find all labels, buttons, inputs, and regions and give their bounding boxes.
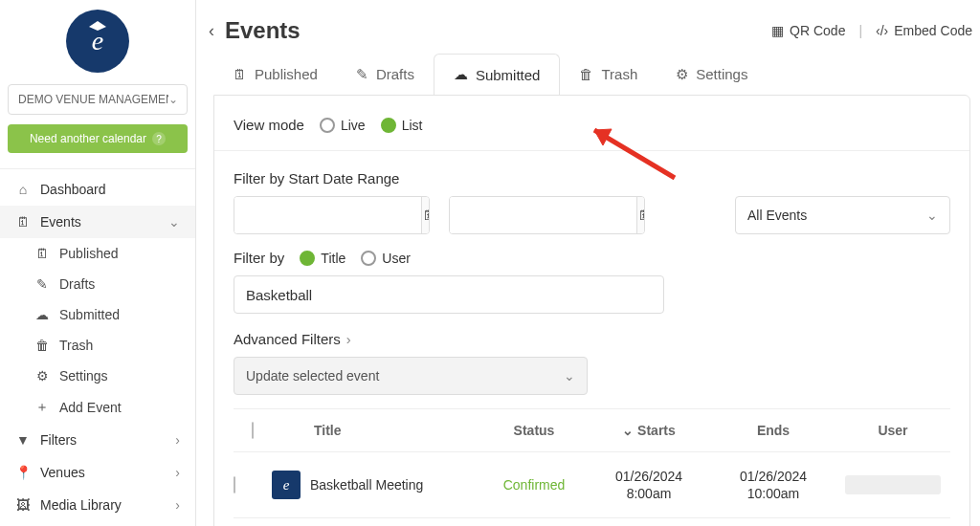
qr-code-link[interactable]: ▦ QR Code [771, 23, 845, 38]
sidebar-item-media[interactable]: 🖼 Media Library › [0, 489, 195, 521]
sidebar-item-dashboard[interactable]: ⌂ Dashboard [0, 173, 195, 206]
qr-label: QR Code [790, 23, 845, 38]
trash-icon: 🗑 [34, 338, 50, 353]
back-button[interactable]: ‹ [202, 21, 221, 41]
th-ends[interactable]: Ends [711, 423, 835, 438]
cloud-icon: ☁ [34, 307, 50, 322]
bulk-action-value: Update selected event [246, 368, 379, 384]
tab-panel: View mode Live List Filter by Start Date… [213, 95, 970, 526]
need-calendar-button[interactable]: Need another calendar ? [8, 124, 188, 153]
view-mode-label: View mode [234, 117, 304, 133]
plus-icon: ＋ [34, 399, 50, 416]
date-range-label: Filter by Start Date Range [234, 170, 950, 186]
sidebar-subitem-label: Submitted [59, 307, 120, 322]
end-date-input[interactable]: 🗓 [449, 196, 645, 234]
sidebar: e DEMO VENUE MANAGEMENT ⌄ Need another c… [0, 0, 196, 526]
app-logo: e [66, 10, 129, 73]
pencil-icon: ✎ [356, 66, 368, 83]
select-all-checkbox[interactable] [252, 422, 254, 439]
start-date-input[interactable]: 🗓 [234, 196, 430, 234]
sidebar-item-label: Dashboard [40, 182, 180, 197]
event-starts: 01/26/2024 8:00am [587, 468, 711, 502]
page-title: Events [225, 17, 301, 44]
sidebar-subitem-label: Settings [59, 368, 108, 384]
bulk-action-select[interactable]: Update selected event ⌄ [234, 357, 588, 395]
view-mode-row: View mode Live List [234, 117, 950, 133]
sidebar-subnav-events: 🗓 Published ✎ Drafts ☁ Submitted 🗑 Trash… [0, 238, 195, 424]
start-date-field[interactable] [234, 197, 421, 233]
sidebar-subitem-label: Published [59, 246, 119, 261]
tab-label: Submitted [476, 67, 541, 83]
chevron-right-icon: › [175, 465, 180, 480]
event-logo: e [272, 471, 301, 499]
tab-trash[interactable]: 🗑 Trash [560, 54, 657, 95]
qr-icon: ▦ [771, 23, 784, 38]
trash-icon: 🗑 [579, 66, 593, 82]
sidebar-subitem-label: Trash [59, 338, 93, 353]
th-starts[interactable]: ⌄ Starts [587, 423, 711, 438]
sidebar-subitem-trash[interactable]: 🗑 Trash [0, 330, 195, 361]
venue-select[interactable]: DEMO VENUE MANAGEMENT ⌄ [8, 84, 188, 115]
filter-by-title[interactable]: Title [300, 251, 345, 266]
sidebar-item-venues[interactable]: 📍 Venues › [0, 456, 195, 489]
sidebar-subitem-add-event[interactable]: ＋ Add Event [0, 391, 195, 424]
embed-code-link[interactable]: ‹/› Embed Code [876, 23, 972, 38]
sidebar-nav: ⌂ Dashboard 🗓 Events ⌄ 🗓 Published ✎ Dra… [0, 173, 195, 521]
events-table: Title Status ⌄ Starts Ends User e Basket… [234, 408, 950, 526]
tab-label: Trash [601, 66, 637, 82]
th-user[interactable]: User [835, 423, 950, 438]
radio-selected-icon [381, 118, 396, 133]
event-type-value: All Events [747, 208, 807, 223]
radio-label: Title [321, 251, 345, 266]
event-type-select[interactable]: All Events ⌄ [735, 196, 950, 234]
tab-label: Drafts [376, 66, 414, 82]
filter-icon: ▼ [15, 432, 31, 448]
venue-select-text: DEMO VENUE MANAGEMENT [18, 93, 168, 106]
branding: e [0, 0, 195, 73]
tab-published[interactable]: 🗓 Published [213, 54, 337, 95]
pencil-icon: ✎ [34, 276, 50, 292]
tabs: 🗓 Published ✎ Drafts ☁ Submitted 🗑 Trash… [196, 54, 980, 95]
chevron-right-icon: › [175, 497, 180, 513]
image-icon: 🖼 [15, 497, 31, 513]
th-title[interactable]: Title [310, 423, 481, 438]
calendar-icon[interactable]: 🗓 [636, 197, 645, 233]
page-header: ‹ Events ▦ QR Code | ‹/› Embed Code [196, 0, 980, 54]
tab-submitted[interactable]: ☁ Submitted [434, 54, 561, 95]
tab-drafts[interactable]: ✎ Drafts [337, 54, 434, 95]
sidebar-divider [0, 168, 195, 169]
view-mode-live[interactable]: Live [320, 118, 366, 133]
need-calendar-label: Need another calendar [30, 132, 146, 145]
sidebar-item-label: Media Library [40, 497, 166, 513]
th-status[interactable]: Status [481, 423, 587, 438]
panel-divider [214, 150, 969, 151]
advanced-filters-toggle[interactable]: Advanced Filters › [234, 331, 950, 347]
event-title[interactable]: Basketball Meeting [310, 477, 423, 493]
sidebar-item-filters[interactable]: ▼ Filters › [0, 424, 195, 456]
tab-settings[interactable]: ⚙ Settings [657, 54, 767, 95]
radio-label: List [402, 118, 423, 133]
date-range-row: 🗓 🗓 All Events ⌄ [234, 196, 950, 234]
row-checkbox[interactable] [234, 476, 235, 493]
view-mode-list[interactable]: List [381, 118, 423, 133]
filter-text-input[interactable] [234, 275, 664, 314]
tab-label: Settings [696, 66, 747, 82]
header-actions: ▦ QR Code | ‹/› Embed Code [771, 23, 974, 38]
tab-label: Published [255, 66, 318, 82]
calendar-icon: 🗓 [233, 66, 247, 82]
chevron-down-icon: ⌄ [168, 214, 180, 230]
filter-by-user[interactable]: User [361, 251, 411, 266]
sidebar-subitem-published[interactable]: 🗓 Published [0, 238, 195, 269]
radio-selected-icon [300, 251, 315, 266]
end-date-field[interactable] [450, 197, 636, 233]
radio-label: User [382, 251, 411, 266]
filter-by-label: Filter by [234, 250, 284, 266]
embed-label: Embed Code [894, 23, 972, 38]
sidebar-subitem-settings[interactable]: ⚙ Settings [0, 361, 195, 391]
sidebar-subitem-submitted[interactable]: ☁ Submitted [0, 299, 195, 330]
code-icon: ‹/› [876, 23, 888, 38]
calendar-icon[interactable]: 🗓 [421, 197, 430, 233]
sidebar-subitem-drafts[interactable]: ✎ Drafts [0, 269, 195, 299]
radio-icon [361, 251, 376, 266]
sidebar-item-events[interactable]: 🗓 Events ⌄ [0, 206, 195, 238]
